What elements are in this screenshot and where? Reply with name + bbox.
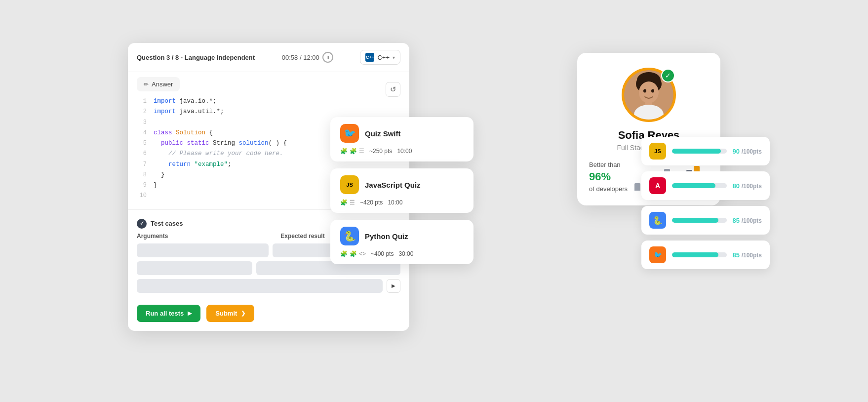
swift-quiz-meta: 🧩 🧩 ☰ ~250 pts 10:00 [340,148,464,155]
python-score-bar [672,218,727,223]
svg-point-3 [639,81,659,103]
svg-point-4 [643,89,646,93]
list-icon: ☰ [359,148,364,155]
test-input-3[interactable] [137,279,383,293]
python-score-icon: 🐍 [649,212,666,229]
verified-icon: ✓ [665,72,671,80]
score-card-python: 🐍 85 /100pts [641,206,770,235]
quiz-card-swift[interactable]: 🐦 Quiz Swift 🧩 🧩 ☰ ~250 pts 10:00 [330,117,473,161]
quiz-card-javascript[interactable]: JS JavaScript Quiz 🧩 ☰ ~420 pts 10:00 [330,168,473,213]
verified-badge: ✓ [661,69,675,82]
quiz-card-python[interactable]: 🐍 Python Quiz 🧩 🧩 <> ~400 pts 30:00 [330,220,473,264]
test-cases-label: Test cases [151,220,183,227]
timer-circle-icon: ⏸ [322,52,333,63]
swift-score-value: 85 /100pts [733,251,762,259]
swift-score-bar [672,252,727,257]
js-pts: ~420 pts [360,199,383,206]
python-score-fill [672,218,718,223]
js-quiz-name: JavaScript Quiz [365,181,421,189]
angular-score-fill [672,183,715,188]
run-all-label: Run all tests [146,310,184,317]
code-editor-header: Question 3 / 8 - Language independent 00… [128,43,409,72]
angular-score-value: 80 /100pts [733,182,762,190]
python-pts: ~400 pts [371,250,394,257]
quiz-python-header: 🐍 Python Quiz [340,227,464,245]
swift-quiz-name: Quiz Swift [365,129,401,138]
run-test-3-button[interactable]: ▶ [387,279,400,293]
list-icon-2: ☰ [350,199,355,206]
submit-button[interactable]: Submit ❯ [206,305,254,322]
js-time: 10:00 [388,199,402,206]
js-score-icon: JS [649,143,666,160]
angular-score-bar [672,183,727,188]
puzzle-icon-5: 🧩 [350,250,357,257]
better-than-label: Better than [589,161,621,168]
question-label: Question 3 / 8 - Language independent [137,54,255,61]
submit-icon: ❯ [241,310,245,317]
test-input-1[interactable] [137,243,269,257]
score-cards: JS 90 /100pts A 80 /100pts 🐍 [641,137,770,269]
js-score-value: 90 /100pts [733,148,762,155]
svg-point-5 [651,89,654,93]
swift-time: 10:00 [397,148,412,155]
main-scene: Question 3 / 8 - Language independent 00… [88,28,780,374]
js-score-fill [672,149,721,154]
python-time: 30:00 [398,250,413,257]
better-than-text: Better than 96% of developers [589,161,628,194]
swift-score-icon: 🐦 [649,246,666,263]
python-quiz-name: Python Quiz [365,232,408,241]
answer-tab-label: Answer [152,80,173,88]
python-score-value: 85 /100pts [733,217,762,224]
score-card-js: JS 90 /100pts [641,137,770,165]
better-pct: 96% [589,170,611,183]
language-label: C++ [377,54,390,61]
avatar-wrapper: ✓ [622,68,676,122]
code-line-2: 2 import java.util.*; [133,107,400,117]
test-input-2[interactable] [137,261,252,275]
code-line-1: 1 import java.io.*; [133,96,400,107]
test-row-3: ▶ [137,279,400,293]
python-tags: 🧩 🧩 <> [340,250,366,257]
js-icon: JS [340,175,359,194]
puzzle-icon-2: 🧩 [350,148,357,155]
js-tags: 🧩 ☰ [340,199,355,206]
quiz-swift-header: 🐦 Quiz Swift [340,124,464,143]
puzzle-icon-3: 🧩 [340,199,348,206]
check-icon: ✓ [137,219,147,229]
submit-label: Submit [215,310,237,317]
swift-icon: 🐦 [340,124,359,143]
swift-tags: 🧩 🧩 ☰ [340,148,364,155]
card-footer: Run all tests ▶ Submit ❯ [128,298,409,331]
pencil-icon: ✏ [144,81,149,88]
python-icon: 🐍 [340,227,359,245]
run-all-tests-button[interactable]: Run all tests ▶ [137,305,200,322]
answer-tab[interactable]: ✏ Answer [137,77,180,91]
js-quiz-meta: 🧩 ☰ ~420 pts 10:00 [340,199,464,206]
chevron-down-icon: ▾ [393,55,395,60]
angular-score-icon: A [649,177,666,194]
timer-area: 00:58 / 12:00 ⏸ [282,52,333,63]
timer-value: 00:58 / 12:00 [282,54,319,61]
score-card-angular: A 80 /100pts [641,171,770,200]
language-selector[interactable]: C++ C++ ▾ [360,50,400,65]
swift-score-fill [672,252,718,257]
score-card-swift: 🐦 85 /100pts [641,241,770,269]
puzzle-icon-4: 🧩 [340,250,348,257]
swift-pts: ~250 pts [369,148,392,155]
js-score-bar [672,149,727,154]
quiz-cards-area: 🐦 Quiz Swift 🧩 🧩 ☰ ~250 pts 10:00 JS Jav… [330,117,473,264]
reset-button[interactable]: ↺ [386,82,400,97]
quiz-js-header: JS JavaScript Quiz [340,175,464,194]
code-icon: <> [359,250,366,257]
python-quiz-meta: 🧩 🧩 <> ~400 pts 30:00 [340,250,464,257]
cpp-icon: C++ [365,53,374,62]
run-icon: ▶ [188,310,192,317]
args-header: Arguments [137,233,280,240]
bar-1 [634,183,640,191]
puzzle-icon-1: 🧩 [340,148,348,155]
of-developers-label: of developers [589,185,628,193]
